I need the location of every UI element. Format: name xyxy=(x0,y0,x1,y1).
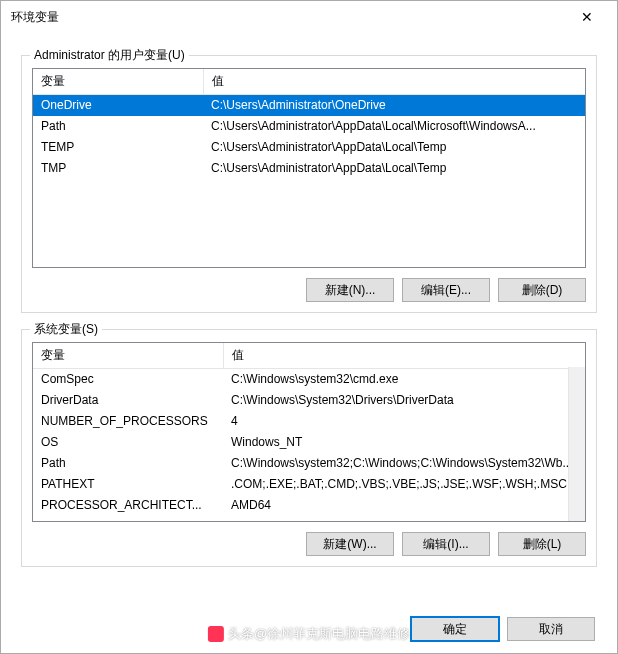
table-row[interactable]: ComSpecC:\Windows\system32\cmd.exe xyxy=(33,369,585,390)
user-variables-group: Administrator 的用户变量(U) 变量 值 OneDrive C:\… xyxy=(21,55,597,313)
sys-col-value[interactable]: 值 xyxy=(223,343,585,369)
table-row[interactable]: PATHEXT.COM;.EXE;.BAT;.CMD;.VBS;.VBE;.JS… xyxy=(33,474,585,495)
user-button-row: 新建(N)... 编辑(E)... 删除(D) xyxy=(32,278,586,302)
table-row[interactable]: Path C:\Users\Administrator\AppData\Loca… xyxy=(33,116,585,137)
user-variables-table[interactable]: 变量 值 OneDrive C:\Users\Administrator\One… xyxy=(32,68,586,268)
table-row[interactable]: DriverDataC:\Windows\System32\Drivers\Dr… xyxy=(33,390,585,411)
cancel-button[interactable]: 取消 xyxy=(507,617,595,641)
system-delete-button[interactable]: 删除(L) xyxy=(498,532,586,556)
sys-col-variable[interactable]: 变量 xyxy=(33,343,223,369)
watermark-logo-icon xyxy=(208,626,224,642)
table-row[interactable]: OneDrive C:\Users\Administrator\OneDrive xyxy=(33,95,585,116)
vertical-scrollbar[interactable] xyxy=(568,367,585,521)
user-group-label: Administrator 的用户变量(U) xyxy=(30,47,189,64)
dialog-button-row: 确定 取消 xyxy=(411,617,595,641)
user-new-button[interactable]: 新建(N)... xyxy=(306,278,394,302)
user-edit-button[interactable]: 编辑(E)... xyxy=(402,278,490,302)
system-variables-table[interactable]: 变量 值 ComSpecC:\Windows\system32\cmd.exe … xyxy=(32,342,586,522)
table-row[interactable]: PROCESSOR_ARCHITECT...AMD64 xyxy=(33,495,585,516)
table-row[interactable]: PathC:\Windows\system32;C:\Windows;C:\Wi… xyxy=(33,453,585,474)
system-group-label: 系统变量(S) xyxy=(30,321,102,338)
window-title: 环境变量 xyxy=(11,9,567,26)
user-col-value[interactable]: 值 xyxy=(203,69,585,95)
watermark: 头条@徐州菲克斯电脑电路维修 xyxy=(208,625,410,643)
dialog-content: Administrator 的用户变量(U) 变量 值 OneDrive C:\… xyxy=(1,33,617,579)
table-row[interactable]: TMP C:\Users\Administrator\AppData\Local… xyxy=(33,158,585,179)
ok-button[interactable]: 确定 xyxy=(411,617,499,641)
system-edit-button[interactable]: 编辑(I)... xyxy=(402,532,490,556)
environment-variables-dialog: 环境变量 ✕ Administrator 的用户变量(U) 变量 值 O xyxy=(0,0,618,654)
system-new-button[interactable]: 新建(W)... xyxy=(306,532,394,556)
user-col-variable[interactable]: 变量 xyxy=(33,69,203,95)
close-icon[interactable]: ✕ xyxy=(567,1,607,33)
table-row[interactable]: TEMP C:\Users\Administrator\AppData\Loca… xyxy=(33,137,585,158)
user-delete-button[interactable]: 删除(D) xyxy=(498,278,586,302)
table-row[interactable]: NUMBER_OF_PROCESSORS4 xyxy=(33,411,585,432)
system-variables-group: 系统变量(S) 变量 值 ComSpecC:\Windows\system32\… xyxy=(21,329,597,567)
table-row[interactable]: OSWindows_NT xyxy=(33,432,585,453)
titlebar: 环境变量 ✕ xyxy=(1,1,617,33)
system-button-row: 新建(W)... 编辑(I)... 删除(L) xyxy=(32,532,586,556)
